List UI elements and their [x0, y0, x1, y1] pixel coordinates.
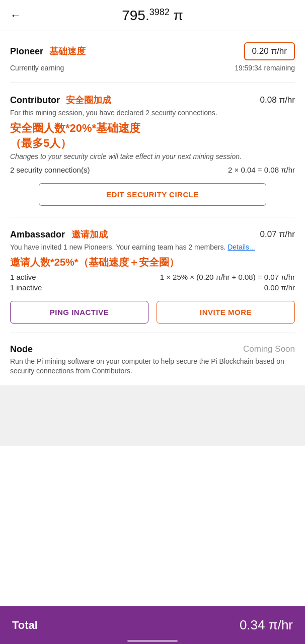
ambassador-inactive-row: 1 inactive 0.00 π/hr: [10, 283, 295, 292]
contributor-note: Changes to your security circle will tak…: [10, 152, 242, 160]
header: ← 795.3982 π: [0, 0, 305, 31]
edit-security-circle-button[interactable]: EDIT SECURITY CIRCLE: [39, 183, 267, 206]
contributor-annotation2: （最多5人）: [10, 136, 295, 151]
ambassador-stats: 1 active 1 × 25% × (0.20 π/hr + 0.08) = …: [10, 273, 295, 292]
node-description: Run the Pi mining software on your compu…: [10, 357, 284, 375]
ambassador-header: Ambassador 邀请加成 0.07 π/hr: [10, 228, 295, 240]
ping-inactive-button[interactable]: PING INACTIVE: [10, 301, 148, 324]
contributor-title-row: Contributor 安全圈加成: [10, 94, 111, 106]
contributor-description: For this mining session, you have declar…: [10, 109, 217, 117]
contributor-rate: 0.08 π/hr: [260, 95, 295, 105]
ambassador-title: Ambassador: [10, 229, 65, 239]
ambassador-inactive-label: 1 inactive: [10, 283, 42, 292]
pioneer-status: Currently earning: [10, 63, 64, 73]
pioneer-timer: 19:59:34 remaining: [235, 64, 295, 72]
pioneer-rate-box: 0.20 π/hr: [244, 42, 295, 60]
pioneer-section: Pioneer 基础速度 0.20 π/hr Currently earning…: [10, 31, 295, 83]
contributor-header: Contributor 安全圈加成 0.08 π/hr: [10, 94, 295, 106]
back-button[interactable]: ←: [10, 9, 21, 22]
contributor-section: Contributor 安全圈加成 0.08 π/hr For this min…: [10, 83, 295, 217]
contributor-connections-label: 2 security connection(s): [10, 166, 90, 174]
scroll-indicator: [127, 640, 178, 642]
ambassador-active-row: 1 active 1 × 25% × (0.20 π/hr + 0.08) = …: [10, 273, 295, 281]
contributor-connections-formula: 2 × 0.04 = 0.08 π/hr: [228, 166, 295, 174]
ambassador-title-cn: 邀请加成: [71, 229, 108, 239]
ambassador-inactive-value: 0.00 π/hr: [264, 283, 295, 292]
ambassador-active-formula: 1 × 25% × (0.20 π/hr + 0.08) = 0.07 π/hr: [160, 273, 295, 281]
main-content: Pioneer 基础速度 0.20 π/hr Currently earning…: [0, 31, 305, 385]
contributor-annotation1: 安全圈人数*20%*基础速度: [10, 121, 295, 136]
ambassador-title-row: Ambassador 邀请加成: [10, 228, 108, 240]
balance-decimal: 3982: [149, 7, 170, 17]
pioneer-title-row: Pioneer 基础速度: [10, 45, 86, 57]
ambassador-section: Ambassador 邀请加成 0.07 π/hr You have invit…: [10, 217, 295, 333]
total-value: 0.34 π/hr: [240, 617, 293, 633]
ambassador-details-link[interactable]: Details...: [227, 243, 255, 251]
invite-more-button[interactable]: INVITE MORE: [157, 301, 295, 324]
contributor-title: Contributor: [10, 95, 60, 105]
ambassador-active-label: 1 active: [10, 273, 36, 281]
ambassador-description: You have invited 1 new Pioneers. Your ea…: [10, 243, 255, 251]
node-header: Node Coming Soon: [10, 344, 295, 355]
gray-spacer: [0, 385, 305, 446]
ambassador-annotation: 邀请人数*25%*（基础速度＋安全圈）: [10, 256, 295, 269]
balance-main: 795.: [122, 8, 149, 23]
contributor-connections-row: 2 security connection(s) 2 × 0.04 = 0.08…: [10, 166, 295, 174]
total-label: Total: [12, 619, 38, 632]
total-bar: Total 0.34 π/hr: [0, 606, 305, 644]
ambassador-buttons: PING INACTIVE INVITE MORE: [10, 301, 295, 324]
pioneer-header: Pioneer 基础速度 0.20 π/hr: [10, 42, 295, 60]
pioneer-title: Pioneer: [10, 46, 43, 56]
balance-display: 795.3982 π: [122, 7, 183, 24]
node-section: Node Coming Soon Run the Pi mining softw…: [10, 333, 295, 385]
pi-symbol: π: [174, 8, 183, 23]
ambassador-rate: 0.07 π/hr: [260, 229, 295, 239]
contributor-title-cn: 安全圈加成: [66, 95, 111, 105]
pioneer-title-cn: 基础速度: [49, 46, 86, 56]
node-title: Node: [10, 344, 33, 355]
pioneer-rate: 0.20 π/hr: [252, 46, 287, 56]
ambassador-desc-text: You have invited 1 new Pioneers. Your ea…: [10, 243, 225, 251]
node-coming-soon: Coming Soon: [243, 344, 295, 354]
